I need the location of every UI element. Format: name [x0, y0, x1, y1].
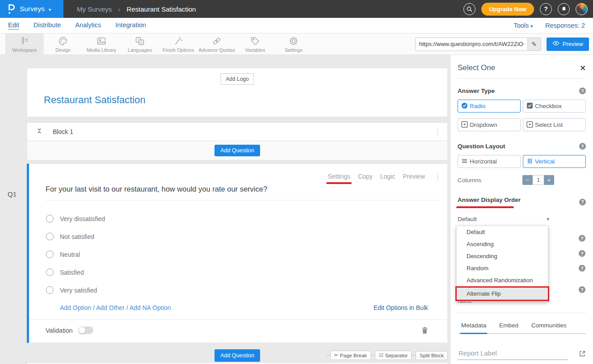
dropdown-option-alternate-flip[interactable]: Alternate Flip	[455, 286, 549, 301]
validation-toggle[interactable]	[78, 326, 93, 334]
add-question-button-bottom[interactable]: Add Question	[214, 349, 260, 362]
answer-option-row[interactable]: Not satisfied	[29, 233, 447, 240]
toolbar-settings[interactable]: Settings	[274, 33, 313, 54]
answer-type-label: Answer Type	[458, 88, 495, 94]
answer-type-checkbox[interactable]: Checkbox	[523, 100, 586, 113]
answer-option-row[interactable]: Very satisfied	[29, 286, 447, 294]
survey-title[interactable]: Restaurant Satisfaction	[44, 94, 145, 106]
toolbar-advance-quotas[interactable]: Advance Quotas	[198, 33, 236, 54]
question-menu-dots-icon[interactable]: ⋮	[434, 173, 441, 180]
answer-display-order-label: Answer Display Order	[458, 197, 521, 203]
checkbox-icon	[526, 102, 533, 110]
add-na-option-link[interactable]: Add NA Option	[130, 304, 171, 311]
layout-vertical[interactable]: Vertical	[523, 155, 586, 168]
question-settings-panel: Select One ✕ Answer Type ? Radio Checkbo…	[450, 55, 593, 364]
split-block-button[interactable]: Split Block	[416, 351, 448, 360]
answer-type-select-list[interactable]: Select List	[523, 118, 586, 131]
radio-icon[interactable]	[46, 215, 54, 222]
question-divider	[46, 200, 438, 201]
chevron-down-icon: ▾	[530, 24, 533, 29]
panel-tab-embed[interactable]: Embed	[498, 318, 519, 333]
page-break-button[interactable]: ✂Page Break	[330, 351, 371, 360]
survey-url-input[interactable]	[416, 38, 527, 50]
radio-icon[interactable]	[46, 268, 54, 276]
tab-edit[interactable]: Edit	[8, 21, 19, 29]
dropdown-option-default[interactable]: Default	[457, 226, 548, 238]
help-icon[interactable]: ?	[579, 265, 585, 272]
toolbar-variables[interactable]: Variables	[236, 33, 274, 54]
expand-icon[interactable]	[579, 350, 586, 357]
magic-wand-icon	[173, 36, 184, 46]
notifications-bell-icon[interactable]	[558, 3, 570, 15]
tools-menu[interactable]: Tools ▾	[513, 22, 533, 29]
columns-decrement-button[interactable]: −	[522, 175, 533, 185]
add-option-link[interactable]: Add Option	[60, 304, 91, 311]
help-icon[interactable]: ?	[579, 286, 585, 293]
collapse-block-icon[interactable]	[36, 127, 42, 137]
add-other-link[interactable]: Add Other	[96, 304, 125, 311]
radio-icon[interactable]	[46, 233, 54, 240]
panel-tab-communities[interactable]: Communities	[530, 318, 568, 333]
block-name[interactable]: Block 1	[53, 128, 73, 135]
dropdown-option-advanced-randomization[interactable]: Advanced Randomization	[457, 274, 548, 286]
breadcrumb-my-surveys[interactable]: My Surveys	[77, 5, 112, 13]
answer-type-dropdown[interactable]: Dropdown	[458, 118, 521, 131]
answer-type-radio[interactable]: Radio	[458, 100, 521, 113]
question-tab-settings[interactable]: Settings	[328, 173, 350, 180]
upgrade-now-button[interactable]: Upgrade Now	[481, 3, 534, 16]
question-tab-preview[interactable]: Preview	[403, 173, 425, 180]
panel-title: Select One	[458, 63, 495, 72]
palette-icon	[58, 36, 68, 46]
add-logo-button[interactable]: Add Logo	[220, 73, 254, 85]
edit-options-in-bulk-link[interactable]: Edit Options in Bulk	[374, 304, 428, 311]
block-menu-dots-icon[interactable]: ⋮	[434, 129, 441, 135]
tab-distribute[interactable]: Distribute	[34, 21, 61, 29]
answer-option-row[interactable]: Satisfied	[29, 268, 447, 276]
question-tab-logic[interactable]: Logic	[380, 173, 395, 180]
help-icon[interactable]: ?	[579, 235, 585, 242]
columns-value-input[interactable]	[533, 175, 544, 185]
tab-integration[interactable]: Integration	[115, 21, 146, 29]
help-icon[interactable]: ?	[540, 3, 552, 15]
radio-icon[interactable]	[46, 251, 54, 258]
layout-horizontal[interactable]: Horizontal	[458, 155, 521, 168]
panel-tab-metadata[interactable]: Metadata	[460, 318, 487, 334]
dropdown-option-random[interactable]: Random	[457, 262, 548, 274]
help-icon[interactable]: ?	[579, 199, 586, 205]
separator-button[interactable]: ☑Separator	[375, 351, 412, 360]
close-icon[interactable]: ✕	[580, 64, 586, 72]
tab-analytics[interactable]: Analytics	[75, 21, 101, 29]
toolbar-media-library[interactable]: Media Library	[82, 33, 121, 54]
dropdown-option-ascending[interactable]: Ascending	[457, 238, 548, 250]
search-icon[interactable]	[463, 3, 475, 15]
delete-question-trash-icon[interactable]	[421, 326, 428, 334]
question-tab-copy[interactable]: Copy	[358, 173, 373, 180]
block-footer: Add Question ✂Page Break ☑Separator Spli…	[27, 349, 448, 362]
panel-divider	[458, 313, 586, 313]
columns-increment-button[interactable]: +	[544, 175, 554, 185]
preview-button[interactable]: Preview	[547, 38, 589, 51]
dropdown-option-descending[interactable]: Descending	[457, 250, 548, 262]
toolbar-workspace[interactable]: Workspace	[5, 33, 44, 54]
toolbar-design[interactable]: Design	[44, 33, 82, 54]
display-order-select[interactable]: Default ▾	[458, 216, 549, 222]
survey-canvas: Q1 Add Logo Restaurant Satisfaction Bloc…	[0, 55, 450, 364]
help-icon[interactable]: ?	[579, 143, 586, 150]
responses-link[interactable]: Responses: 2	[545, 22, 585, 29]
report-label-input[interactable]	[458, 347, 568, 360]
answer-option-row[interactable]: Very dissatisfied	[29, 215, 447, 222]
editor-toolbar: Workspace Design Media Library *A Langua…	[0, 33, 593, 55]
eye-icon	[552, 41, 559, 47]
question-text[interactable]: For your last visit to our restaurant, h…	[46, 185, 429, 193]
help-icon[interactable]: ?	[579, 250, 585, 257]
user-avatar[interactable]	[576, 3, 588, 15]
toolbar-finish-options[interactable]: Finish Options	[159, 33, 198, 54]
answer-option-row[interactable]: Neutral	[29, 251, 447, 258]
edit-url-pencil-icon[interactable]: ✎	[527, 38, 541, 50]
toolbar-languages[interactable]: *A Languages	[121, 33, 159, 54]
product-menu[interactable]: Surveys ▾	[0, 0, 63, 18]
add-question-button-top[interactable]: Add Question	[214, 145, 260, 156]
radio-icon[interactable]	[46, 286, 54, 294]
help-icon[interactable]: ?	[579, 88, 586, 94]
translate-icon: *A	[135, 36, 145, 46]
